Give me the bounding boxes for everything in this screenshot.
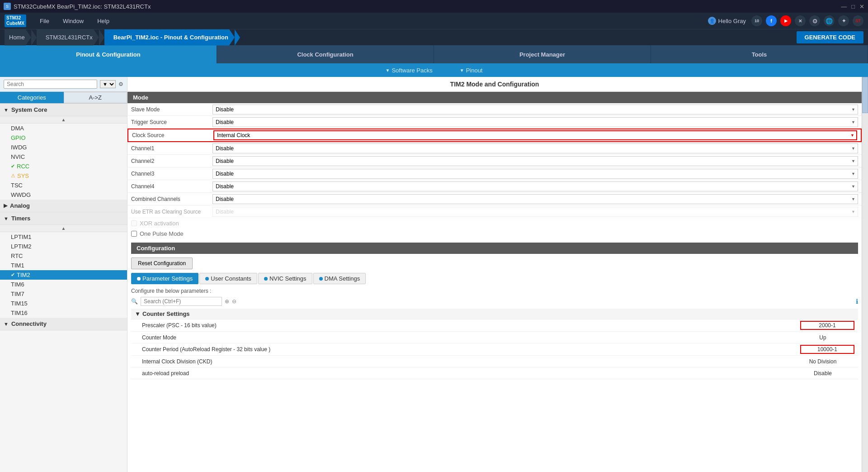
app-logo: STM32CubeMX xyxy=(5,14,26,27)
one-pulse-mode-row: One Pulse Mode xyxy=(127,229,862,239)
sidebar-item-rtc[interactable]: RTC xyxy=(0,251,127,261)
sidebar-item-rcc[interactable]: ✔ RCC xyxy=(0,162,127,171)
channel4-select[interactable]: Disable xyxy=(212,181,858,191)
generate-code-button[interactable]: GENERATE CODE xyxy=(797,31,863,43)
menu-file[interactable]: File xyxy=(40,16,49,26)
sub-tab-pinout[interactable]: ▼ Pinout xyxy=(460,67,483,74)
tab-pinout[interactable]: Pinout & Configuration xyxy=(0,45,217,63)
clock-source-select[interactable]: Internal Clock xyxy=(213,130,857,140)
config-tab-parameter-settings[interactable]: Parameter Settings xyxy=(131,273,198,284)
counter-settings-arrow: ▼ xyxy=(135,310,141,317)
search-filter-dropdown[interactable]: ▼ xyxy=(100,80,116,88)
channel3-select[interactable]: Disable xyxy=(212,169,858,179)
sub-tab-software-packs[interactable]: ▼ Software Packs xyxy=(385,67,432,74)
user-constants-dot xyxy=(205,277,209,281)
user-info: 👤 Hello Gray xyxy=(708,17,746,25)
breadcrumb-project[interactable]: BearPi_TIM2.ioc - Pinout & Configuration xyxy=(104,29,235,46)
sidebar-item-tim15[interactable]: TIM15 xyxy=(0,299,127,308)
slave-mode-row: Slave Mode Disable xyxy=(127,103,862,116)
trigger-source-label: Trigger Source xyxy=(131,119,212,125)
sidebar-tabs: Categories A->Z xyxy=(0,92,127,104)
config-tab-user-constants[interactable]: User Constants xyxy=(199,273,257,284)
channel1-select[interactable]: Disable xyxy=(212,143,858,153)
config-tab-nvic-settings[interactable]: NVIC Settings xyxy=(258,273,312,284)
config-tab-dma-settings[interactable]: DMA Settings xyxy=(313,273,366,284)
one-pulse-mode-checkbox[interactable] xyxy=(131,231,137,237)
parameter-settings-dot xyxy=(137,277,141,281)
sidebar-item-gpio[interactable]: GPIO xyxy=(0,133,127,143)
tab-clock[interactable]: Clock Configuration xyxy=(217,45,434,63)
prescaler-param-row: Prescaler (PSC - 16 bits value) xyxy=(131,319,858,332)
counter-period-param-value[interactable] xyxy=(800,345,854,354)
sidebar-tab-az[interactable]: A->Z xyxy=(64,92,127,103)
menu-window[interactable]: Window xyxy=(63,16,84,26)
scrollbar-thumb[interactable] xyxy=(862,77,868,113)
channel2-row: Channel2 Disable xyxy=(127,155,862,167)
params-expand-icon[interactable]: ⊕ xyxy=(225,298,229,305)
sidebar-item-iwdg[interactable]: IWDG xyxy=(0,143,127,152)
sidebar-item-tsc[interactable]: TSC xyxy=(0,181,127,190)
icon-facebook[interactable]: f xyxy=(766,15,777,26)
trigger-source-row: Trigger Source Disable xyxy=(127,116,862,129)
minimize-button[interactable]: — xyxy=(841,3,847,10)
params-search-row: 🔍 ⊕ ⊖ ℹ xyxy=(131,297,858,306)
icon-star[interactable]: ✦ xyxy=(838,15,849,26)
scroll-up-system-core[interactable]: ▲ xyxy=(0,116,127,124)
counter-settings-group-header[interactable]: ▼ Counter Settings xyxy=(131,309,858,319)
icon-st[interactable]: ST xyxy=(853,15,863,26)
section-header-timers[interactable]: ▼ Timers xyxy=(0,212,127,225)
system-core-arrow: ▼ xyxy=(4,107,9,113)
counter-mode-param-value: Up xyxy=(791,334,854,341)
trigger-source-select-wrapper: Disable xyxy=(212,117,858,127)
slave-mode-select[interactable]: Disable xyxy=(212,105,858,114)
window-controls[interactable]: — □ ✕ xyxy=(841,3,864,10)
breadcrumb-chip[interactable]: STM32L431RCTx xyxy=(37,29,99,46)
sidebar-item-wwdg[interactable]: WWDG xyxy=(0,190,127,200)
sidebar-item-dma[interactable]: DMA xyxy=(0,124,127,133)
combined-channels-select[interactable]: Disable xyxy=(212,194,858,204)
icon-youtube[interactable]: ▶ xyxy=(780,15,791,26)
params-collapse-icon[interactable]: ⊖ xyxy=(232,298,236,305)
content-area: ▼ ⚙ Categories A->Z ▼ System Core ▲ DMA … xyxy=(0,77,868,472)
sidebar-item-lptim1[interactable]: LPTIM1 xyxy=(0,232,127,242)
prescaler-param-value[interactable] xyxy=(800,321,854,330)
close-button[interactable]: ✕ xyxy=(859,3,864,10)
sidebar-item-nvic[interactable]: NVIC xyxy=(0,152,127,162)
prescaler-param-name: Prescaler (PSC - 16 bits value) xyxy=(142,322,800,329)
section-header-connectivity[interactable]: ▼ Connectivity xyxy=(0,318,127,330)
maximize-button[interactable]: □ xyxy=(851,3,855,10)
sidebar-item-tim16[interactable]: TIM16 xyxy=(0,308,127,318)
section-header-system-core[interactable]: ▼ System Core xyxy=(0,104,127,116)
one-pulse-mode-label: One Pulse Mode xyxy=(140,230,184,237)
menu-help[interactable]: Help xyxy=(97,16,109,26)
sidebar-item-lptim2[interactable]: LPTIM2 xyxy=(0,242,127,251)
search-input[interactable] xyxy=(4,80,97,89)
sidebar-settings-button[interactable]: ⚙ xyxy=(118,81,123,87)
sidebar-item-tim6[interactable]: TIM6 xyxy=(0,280,127,289)
sidebar-item-tim1[interactable]: TIM1 xyxy=(0,261,127,270)
tab-project-manager[interactable]: Project Manager xyxy=(434,45,651,63)
icon-badge[interactable]: 10 xyxy=(751,15,762,26)
icon-globe[interactable]: 🌐 xyxy=(824,15,835,26)
right-scrollbar[interactable] xyxy=(862,77,868,472)
channel2-select[interactable]: Disable xyxy=(212,156,858,166)
menu-items: File Window Help xyxy=(40,16,109,26)
tab-tools[interactable]: Tools xyxy=(651,45,868,63)
sidebar-item-tim7[interactable]: TIM7 xyxy=(0,289,127,299)
slave-mode-select-wrapper: Disable xyxy=(212,105,858,114)
sidebar-tab-categories[interactable]: Categories xyxy=(0,92,64,103)
params-search-input[interactable] xyxy=(141,297,222,306)
sidebar-item-tim2[interactable]: ✔ TIM2 xyxy=(0,270,127,280)
info-icon[interactable]: ℹ xyxy=(856,298,858,305)
scroll-up-timers[interactable]: ▲ xyxy=(0,225,127,232)
trigger-source-select[interactable]: Disable xyxy=(212,117,858,127)
section-header-analog[interactable]: ▶ Analog xyxy=(0,200,127,212)
breadcrumb-home[interactable]: Home xyxy=(5,29,31,46)
xor-activation-checkbox xyxy=(131,220,137,226)
use-etr-row: Use ETR as Clearing Source Disable xyxy=(127,205,862,218)
icon-twitter[interactable]: ✕ xyxy=(795,15,806,26)
channel1-row: Channel1 Disable xyxy=(127,142,862,155)
reset-configuration-button[interactable]: Reset Configuration xyxy=(131,257,193,269)
icon-github[interactable]: ⊙ xyxy=(809,15,820,26)
sidebar-item-sys[interactable]: ⚠ SYS xyxy=(0,171,127,181)
